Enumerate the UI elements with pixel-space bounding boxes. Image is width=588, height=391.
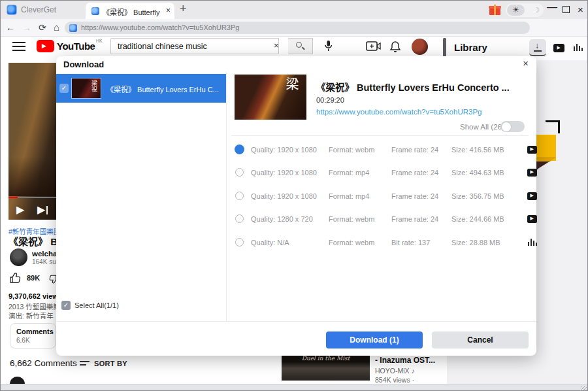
- video-icon: [527, 169, 537, 177]
- dialog-title: Download: [63, 60, 104, 69]
- url-text: https://www.youtube.com/watch?v=tu5XohUR…: [81, 24, 239, 31]
- item-thumbnail: 梁祝: [71, 78, 101, 99]
- radio-icon[interactable]: [235, 192, 244, 200]
- back-icon[interactable]: ←: [6, 22, 15, 33]
- title-bar: CleverGet 《梁祝》 Butterfly Lo × + ☀ ☽ — ×: [1, 1, 588, 19]
- youtube-region-label: HK: [96, 39, 103, 43]
- video-icon: [527, 146, 537, 154]
- comments-count: 6,662 Comments: [10, 358, 77, 368]
- new-tab-button[interactable]: +: [180, 2, 187, 16]
- download-button[interactable]: Download (1): [326, 332, 423, 348]
- refresh-icon[interactable]: ⟳: [39, 22, 46, 33]
- panel-divider: [226, 72, 227, 322]
- notifications-bell-icon[interactable]: [389, 41, 401, 54]
- video-icon: [527, 192, 537, 200]
- suggested-thumb-text: Duel in the Mist: [282, 355, 370, 362]
- radio-selected-icon[interactable]: [235, 144, 244, 154]
- library-video-tab[interactable]: [550, 39, 567, 56]
- next-video-icon[interactable]: ▶: [37, 203, 45, 216]
- dark-theme-icon[interactable]: ☽: [533, 5, 540, 16]
- maximize-button[interactable]: [563, 6, 570, 13]
- size-label: Size: 416.56 MB: [451, 146, 504, 154]
- channel-subscribers: 164K sub: [32, 258, 56, 265]
- browser-tab[interactable]: 《梁祝》 Butterfly Lo ×: [86, 3, 174, 19]
- rows-divider: [231, 135, 529, 136]
- quality-label: Quality: 1920 x 1080: [251, 192, 317, 200]
- item-checkbox[interactable]: ✓: [59, 84, 69, 93]
- sort-icon[interactable]: [80, 361, 90, 367]
- forward-icon[interactable]: →: [22, 22, 31, 33]
- description-line: 演出: 新竹青年: [8, 311, 56, 320]
- radio-icon[interactable]: [235, 168, 244, 177]
- quality-option-row[interactable]: Quality: N/A Format: webm Bit rate: 137 …: [229, 232, 529, 253]
- sort-by-button[interactable]: SORT BY: [94, 360, 127, 367]
- suggested-video-thumbnail[interactable]: Duel in the Mist: [282, 354, 370, 381]
- video-title: 《梁祝》 Butterfly Lovers ErHu Concerto ...: [316, 80, 512, 94]
- download-icon: [534, 42, 541, 49]
- library-title: Library: [454, 42, 487, 53]
- library-audio-tab[interactable]: [570, 39, 587, 56]
- like-count: 89K: [27, 274, 40, 282]
- cancel-button[interactable]: Cancel: [432, 332, 529, 348]
- user-avatar[interactable]: [412, 39, 428, 55]
- quality-option-row[interactable]: Quality: 1280 x 720 Format: webm Frame r…: [229, 209, 529, 230]
- light-theme-icon[interactable]: ☀: [507, 5, 525, 16]
- video-icon: [553, 44, 564, 52]
- video-url-link[interactable]: https://www.youtube.com/watch?v=tu5XohUR…: [316, 108, 482, 116]
- show-all-toggle[interactable]: [500, 121, 525, 132]
- quality-option-row[interactable]: Quality: 1920 x 1080 Format: webm Frame …: [229, 139, 529, 160]
- suggested-video-views: 854K views ·: [375, 376, 414, 384]
- format-label: Format: mp4: [329, 192, 369, 200]
- youtube-logo-text[interactable]: YouTube: [57, 41, 95, 52]
- home-icon[interactable]: ⌂: [54, 22, 59, 33]
- voice-search-button[interactable]: [320, 38, 336, 54]
- status-strip: [1, 384, 588, 391]
- channel-avatar[interactable]: [10, 248, 27, 266]
- download-dialog: Download × ✓ 梁祝 《梁祝》 Butterfly Lovers Er…: [56, 56, 536, 356]
- format-label: Format: webm: [329, 239, 374, 246]
- gift-icon[interactable]: [489, 5, 500, 15]
- description-line: 2013 竹塹國樂節: [8, 301, 56, 311]
- video-player[interactable]: ▶ ▶: [8, 63, 56, 220]
- create-video-icon[interactable]: [366, 41, 382, 52]
- select-all-label: Select All(1/1): [74, 301, 119, 309]
- radio-icon[interactable]: [235, 214, 244, 223]
- thumbs-up-icon[interactable]: [10, 273, 21, 283]
- video-thumbnail: 梁: [235, 75, 306, 120]
- comments-teaser-card[interactable]: Comments 6.6K: [10, 323, 56, 348]
- quality-option-row[interactable]: Quality: 1920 x 1080 Format: mp4 Frame r…: [229, 162, 529, 183]
- resize-grip[interactable]: [581, 386, 587, 391]
- minimize-button[interactable]: —: [547, 1, 557, 13]
- download-list-item[interactable]: ✓ 梁祝 《梁祝》 Butterfly Lovers ErHu C...: [56, 74, 226, 103]
- play-icon[interactable]: ▶: [16, 203, 24, 216]
- comments-card-count: 6.6K: [16, 337, 30, 344]
- suggested-video-title[interactable]: - Inazuma OST...: [375, 356, 440, 365]
- comments-card-label: Comments: [16, 328, 54, 335]
- theme-toggle[interactable]: ☀ ☽: [506, 3, 544, 17]
- view-count: 9,370,662 views: [8, 292, 56, 300]
- quality-option-row[interactable]: Quality: 1920 x 1080 Format: mp4 Frame r…: [229, 186, 529, 207]
- rate-label: Frame rate: 24: [391, 215, 438, 223]
- select-all-row[interactable]: ✓ Select All(1/1): [56, 299, 226, 314]
- tab-favicon: [91, 7, 99, 15]
- radio-icon[interactable]: [235, 238, 244, 246]
- youtube-logo-icon[interactable]: [37, 40, 54, 52]
- size-label: Size: 28.88 MB: [451, 239, 500, 246]
- player-progress-bar[interactable]: [8, 197, 56, 199]
- select-all-checkbox[interactable]: ✓: [61, 301, 71, 310]
- channel-name[interactable]: welchar: [32, 250, 56, 258]
- quality-label: Quality: 1920 x 1080: [251, 169, 317, 177]
- format-label: Format: mp4: [329, 169, 369, 177]
- window-close-button[interactable]: ×: [578, 4, 583, 15]
- size-label: Size: 356.75 MB: [451, 192, 504, 200]
- search-input[interactable]: [111, 39, 278, 54]
- dialog-close-icon[interactable]: ×: [523, 58, 529, 69]
- cleverget-logo-icon: [7, 5, 17, 15]
- hamburger-menu-icon[interactable]: [12, 42, 25, 51]
- library-downloading-tab[interactable]: [529, 39, 546, 56]
- tab-close-icon[interactable]: ×: [166, 6, 171, 15]
- search-clear-icon[interactable]: ×: [274, 41, 279, 50]
- show-all-label: Show All (26): [460, 123, 504, 131]
- address-bar[interactable]: https://www.youtube.com/watch?v=tu5XohUR…: [65, 22, 530, 34]
- search-button[interactable]: [288, 38, 313, 54]
